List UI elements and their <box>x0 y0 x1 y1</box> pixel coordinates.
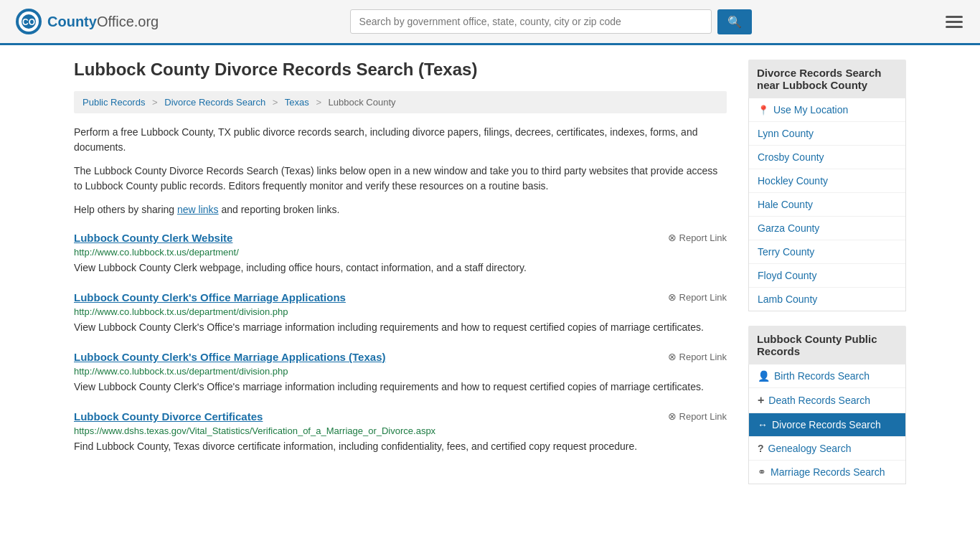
sidebar: Divorce Records Search near Lubbock Coun… <box>748 60 906 499</box>
sidebar-link-hockley[interactable]: Hockley County <box>758 175 828 187</box>
sidebar-link-floyd[interactable]: Floyd County <box>758 270 816 281</box>
logo-icon: CO <box>14 7 43 36</box>
sidebar-link-lynn[interactable]: Lynn County <box>758 128 814 139</box>
desc-para-2: The Lubbock County Divorce Records Searc… <box>74 164 727 194</box>
report-label-1: Report Link <box>679 292 727 303</box>
use-location-link[interactable]: Use My Location <box>773 104 848 116</box>
report-link-button-1[interactable]: ⊗ Report Link <box>668 291 727 303</box>
sidebar-link-divorce[interactable]: Divorce Records Search <box>772 419 881 430</box>
sidebar-item-lynn[interactable]: Lynn County <box>749 122 905 146</box>
search-icon: 🔍 <box>727 16 742 28</box>
sidebar-item-lamb[interactable]: Lamb County <box>749 288 905 311</box>
result-item-3: Lubbock County Divorce Certificates ⊗ Re… <box>74 410 727 454</box>
breadcrumb-link-divorce-records[interactable]: Divorce Records Search <box>164 97 265 108</box>
sidebar-nearby-list: 📍 Use My Location Lynn County Crosby Cou… <box>748 98 906 311</box>
report-icon-3: ⊗ <box>668 410 677 422</box>
header: CO CountyOffice.org 🔍 <box>0 0 980 45</box>
sidebar-link-lamb[interactable]: Lamb County <box>758 293 817 305</box>
report-label-3: Report Link <box>679 411 727 422</box>
report-label-0: Report Link <box>679 232 727 243</box>
sidebar-item-hockley[interactable]: Hockley County <box>749 169 905 193</box>
search-button[interactable]: 🔍 <box>717 9 752 34</box>
report-icon-2: ⊗ <box>668 351 677 362</box>
logo-area: CO CountyOffice.org <box>14 7 159 36</box>
desc-para-1: Perform a free Lubbock County, TX public… <box>74 125 727 155</box>
sidebar-public-records-list: 👤 Birth Records Search + Death Records S… <box>748 364 906 484</box>
desc3-pre: Help others by sharing <box>74 204 177 215</box>
breadcrumb-sep-1: > <box>152 97 158 108</box>
result-desc-2: View Lubbock County Clerk's Office's mar… <box>74 380 727 395</box>
report-link-button-3[interactable]: ⊗ Report Link <box>668 410 727 422</box>
sidebar-link-terry[interactable]: Terry County <box>758 246 814 258</box>
sidebar-link-genealogy[interactable]: Genealogy Search <box>768 443 852 454</box>
sidebar-link-hale[interactable]: Hale County <box>758 199 813 210</box>
sidebar-item-death[interactable]: + Death Records Search <box>749 388 905 413</box>
main-content: Lubbock County Divorce Records Search (T… <box>74 60 727 499</box>
sidebar-public-records-header: Lubbock County Public Records <box>748 326 906 364</box>
sidebar-public-records-section: Lubbock County Public Records 👤 Birth Re… <box>748 326 906 484</box>
sidebar-item-use-location[interactable]: 📍 Use My Location <box>749 98 905 122</box>
sidebar-item-divorce[interactable]: ↔ Divorce Records Search <box>749 413 905 437</box>
breadcrumb-link-texas[interactable]: Texas <box>285 97 309 108</box>
result-item-0: Lubbock County Clerk Website ⊗ Report Li… <box>74 232 727 276</box>
search-input[interactable] <box>350 9 712 34</box>
question-icon: ? <box>758 443 764 454</box>
sidebar-item-crosby[interactable]: Crosby County <box>749 146 905 169</box>
sidebar-item-garza[interactable]: Garza County <box>749 217 905 240</box>
breadcrumb-current: Lubbock County <box>329 97 396 108</box>
report-link-button-0[interactable]: ⊗ Report Link <box>668 232 727 243</box>
breadcrumb-sep-2: > <box>273 97 278 108</box>
svg-text:CO: CO <box>22 17 35 27</box>
sidebar-nearby-header: Divorce Records Search near Lubbock Coun… <box>748 60 906 98</box>
sidebar-item-genealogy[interactable]: ? Genealogy Search <box>749 437 905 461</box>
menu-line-3 <box>946 26 963 28</box>
result-url-2: http://www.co.lubbock.tx.us/department/d… <box>74 366 727 377</box>
result-url-0: http://www.co.lubbock.tx.us/department/ <box>74 247 727 258</box>
desc3-post: and reporting broken links. <box>219 204 340 215</box>
sidebar-link-garza[interactable]: Garza County <box>758 222 819 234</box>
result-desc-0: View Lubbock County Clerk webpage, inclu… <box>74 260 727 276</box>
breadcrumb: Public Records > Divorce Records Search … <box>74 91 727 113</box>
result-desc-1: View Lubbock County Clerk's Office's mar… <box>74 320 727 335</box>
sidebar-item-marriage[interactable]: ⚭ Marriage Records Search <box>749 461 905 484</box>
result-url-3: https://www.dshs.texas.gov/Vital_Statist… <box>74 425 727 436</box>
sidebar-link-crosby[interactable]: Crosby County <box>758 151 824 163</box>
result-item-1: Lubbock County Clerk's Office Marriage A… <box>74 291 727 335</box>
page-container: Lubbock County Divorce Records Search (T… <box>60 45 920 513</box>
page-title: Lubbock County Divorce Records Search (T… <box>74 60 727 80</box>
result-desc-3: Find Lubbock County, Texas divorce certi… <box>74 439 727 454</box>
result-title-2[interactable]: Lubbock County Clerk's Office Marriage A… <box>74 351 386 363</box>
new-links-link[interactable]: new links <box>177 204 219 215</box>
desc-para-3: Help others by sharing new links and rep… <box>74 202 727 217</box>
menu-line-2 <box>946 21 963 23</box>
sidebar-item-floyd[interactable]: Floyd County <box>749 264 905 288</box>
result-item-2: Lubbock County Clerk's Office Marriage A… <box>74 351 727 395</box>
sidebar-item-birth[interactable]: 👤 Birth Records Search <box>749 364 905 388</box>
breadcrumb-sep-3: > <box>316 97 321 108</box>
report-icon-0: ⊗ <box>668 232 677 243</box>
report-link-button-2[interactable]: ⊗ Report Link <box>668 351 727 362</box>
result-title-0[interactable]: Lubbock County Clerk Website <box>74 232 232 244</box>
result-title-1[interactable]: Lubbock County Clerk's Office Marriage A… <box>74 291 346 303</box>
sidebar-link-marriage[interactable]: Marriage Records Search <box>771 466 885 478</box>
result-title-3[interactable]: Lubbock County Divorce Certificates <box>74 410 263 423</box>
sidebar-item-terry[interactable]: Terry County <box>749 240 905 264</box>
sidebar-item-hale[interactable]: Hale County <box>749 193 905 217</box>
person-icon: 👤 <box>758 370 770 382</box>
result-url-1: http://www.co.lubbock.tx.us/department/d… <box>74 306 727 317</box>
sidebar-link-death[interactable]: Death Records Search <box>768 395 870 406</box>
search-area: 🔍 <box>350 9 752 34</box>
plus-icon: + <box>758 394 764 407</box>
sidebar-nearby-section: Divorce Records Search near Lubbock Coun… <box>748 60 906 311</box>
logo-text: CountyOffice.org <box>47 14 159 30</box>
rings-icon: ⚭ <box>758 466 766 478</box>
report-icon-1: ⊗ <box>668 291 677 303</box>
menu-button[interactable] <box>943 13 966 31</box>
results-list: Lubbock County Clerk Website ⊗ Report Li… <box>74 232 727 454</box>
sidebar-link-birth[interactable]: Birth Records Search <box>774 370 870 382</box>
arrows-icon: ↔ <box>758 419 768 430</box>
breadcrumb-link-public-records[interactable]: Public Records <box>83 97 145 108</box>
report-label-2: Report Link <box>679 352 727 362</box>
menu-line-1 <box>946 16 963 18</box>
pin-icon: 📍 <box>758 105 769 116</box>
